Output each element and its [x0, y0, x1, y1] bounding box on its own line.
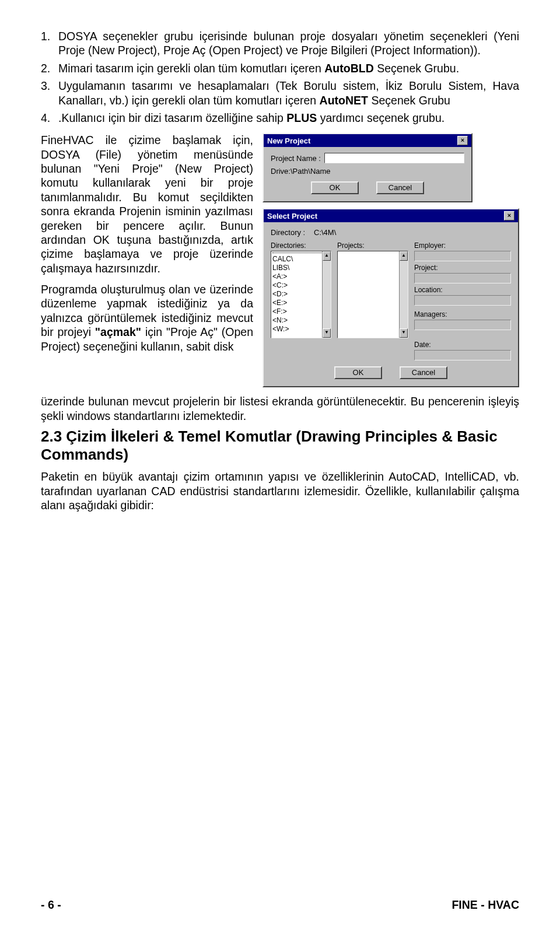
list-text-4: .Kullanıcı için bir dizi tasarım özelliğ… [58, 111, 519, 125]
managers-field [414, 320, 511, 330]
project-name-label: Project Name : [271, 154, 321, 163]
select-project-title: Select Project [267, 212, 317, 220]
list-number-3: 3. [41, 79, 58, 107]
section-heading: 2.3 Çizim İlkeleri & Temel Komutlar (Dra… [41, 428, 519, 464]
drive-path-label: Drive:\Path\Name [271, 167, 331, 176]
parent-dir-indicator [272, 253, 321, 253]
list-number-1: 1. [41, 29, 58, 58]
select-project-dialog: Select Project × Directory : C:\4M\ Dire… [262, 208, 519, 387]
list-4-pre: .Kullanıcı için bir dizi tasarım özelliğ… [58, 111, 286, 124]
scroll-down-icon[interactable]: ▼ [400, 328, 408, 338]
projects-listbox[interactable]: ▲ ▼ [337, 251, 408, 338]
footer-brand: FINE - HVAC [452, 898, 519, 912]
list-4-bold: PLUS [286, 111, 317, 124]
list-item[interactable]: <C:> [272, 281, 330, 290]
paragraph-4: Paketin en büyük avantajı çizim ortamını… [41, 470, 519, 512]
scroll-up-icon[interactable]: ▲ [400, 251, 408, 261]
new-project-title: New Project [267, 136, 310, 145]
location-field [414, 295, 511, 306]
list-item[interactable]: <N:> [272, 316, 330, 325]
cancel-button[interactable]: Cancel [376, 181, 424, 194]
list-text-3: Uygulamanın tasarımı ve hesaplamaları (T… [58, 79, 519, 107]
directory-label: Directory : [271, 228, 314, 237]
para2-b: "açmak" [95, 325, 141, 338]
list-item[interactable]: <A:> [272, 272, 330, 281]
employer-field [414, 251, 511, 261]
project-name-input[interactable] [324, 153, 464, 163]
cancel-button[interactable]: Cancel [400, 366, 447, 379]
close-icon[interactable]: × [457, 136, 468, 145]
list-item[interactable]: LIBS\ [272, 264, 330, 272]
date-label: Date: [414, 341, 511, 349]
list-text-2: Mimari tasarım için gerekli olan tüm kom… [58, 61, 519, 75]
location-label: Location: [414, 286, 511, 294]
employer-label: Employer: [414, 241, 511, 250]
list-text-1: DOSYA seçenekler grubu içerisinde buluna… [58, 29, 519, 58]
list-4-post: yardımcı seçenek grubu. [317, 111, 444, 124]
list-2-pre: Mimari tasarım için gerekli olan tüm kom… [58, 62, 324, 75]
list-item[interactable]: CALC\ [272, 255, 330, 264]
list-item[interactable]: <W:> [272, 325, 330, 334]
paragraph-3: üzerinde bulunan mevcut projelerin bir l… [41, 394, 519, 423]
date-field [414, 350, 511, 360]
projects-header: Projects: [337, 241, 408, 250]
project-label: Project: [414, 264, 511, 272]
list-number-2: 2. [41, 61, 58, 75]
list-3-bold: AutoNET [320, 94, 368, 107]
scrollbar[interactable]: ▲ ▼ [322, 251, 331, 338]
list-3-post: Seçenek Grubu [368, 94, 450, 107]
list-number-4: 4. [41, 111, 58, 125]
project-field [414, 273, 511, 283]
page-number: - 6 - [41, 898, 61, 912]
managers-label: Managers: [414, 310, 511, 318]
directories-listbox[interactable]: CALC\ LIBS\ <A:> <C:> <D:> <E:> <F:> <N:… [271, 251, 331, 338]
scroll-down-icon[interactable]: ▼ [323, 328, 331, 338]
ok-button[interactable]: OK [311, 181, 359, 194]
list-2-bold: AutoBLD [324, 62, 373, 75]
directories-header: Directories: [271, 241, 331, 250]
ok-button[interactable]: OK [334, 366, 382, 379]
list-2-post: Seçenek Grubu. [374, 62, 459, 75]
scrollbar[interactable]: ▲ ▼ [399, 251, 408, 338]
list-item[interactable]: <F:> [272, 307, 330, 316]
close-icon[interactable]: × [504, 211, 514, 220]
list-item[interactable]: <D:> [272, 290, 330, 299]
directory-value: C:\4M\ [314, 228, 336, 237]
new-project-dialog: New Project × Project Name : Drive:\Path… [262, 133, 473, 202]
list-item[interactable]: <E:> [272, 299, 330, 307]
scroll-up-icon[interactable]: ▲ [323, 251, 331, 261]
